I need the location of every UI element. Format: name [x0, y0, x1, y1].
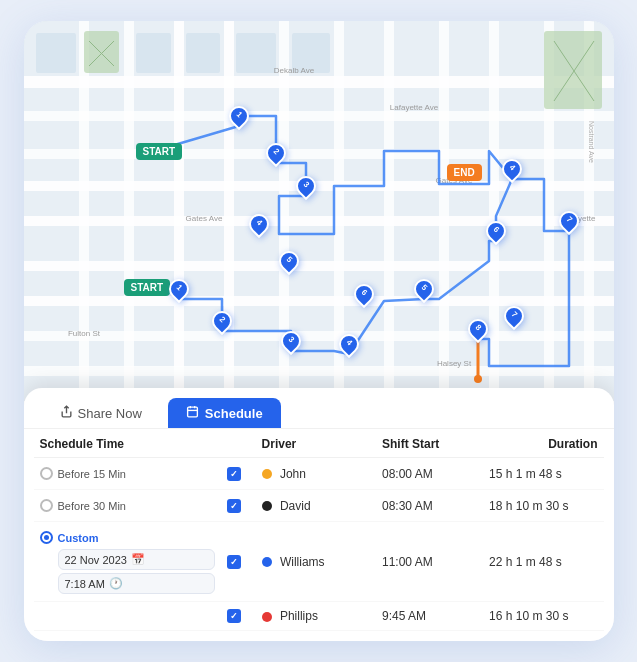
pin-4a[interactable]: 4: [249, 214, 269, 234]
svg-text:Lafayette Ave: Lafayette Ave: [389, 103, 438, 112]
svg-rect-5: [24, 181, 614, 191]
cb-williams[interactable]: [221, 522, 256, 602]
header-shift-start: Shift Start: [376, 429, 483, 458]
pin-1[interactable]: 1: [229, 106, 249, 126]
main-card: Dekalb Ave Lafayette Ave Gates Ave Gates…: [24, 21, 614, 641]
radio-before15[interactable]: [40, 467, 53, 480]
dur-david: 18 h 10 m 30 s: [483, 490, 603, 522]
shift-phillips: 9:45 AM: [376, 602, 483, 631]
pin-3[interactable]: 3: [296, 176, 316, 196]
start-badge-2: START: [124, 279, 171, 296]
checkbox-david[interactable]: [227, 499, 241, 513]
driver-phillips: Phillips: [256, 602, 376, 631]
pin-5a[interactable]: 5: [279, 251, 299, 271]
svg-rect-18: [439, 21, 449, 401]
header-duration: Duration: [483, 429, 603, 458]
svg-rect-11: [79, 21, 89, 401]
svg-rect-12: [124, 21, 134, 401]
clock-icon: 🕐: [109, 577, 123, 590]
schedule-table: Schedule Time Driver Shift Start Duratio…: [34, 429, 604, 631]
tab-schedule[interactable]: Schedule: [168, 398, 281, 428]
driver-williams: Williams: [256, 522, 376, 602]
pin-4c[interactable]: 4: [339, 334, 359, 354]
name-john: John: [280, 467, 306, 481]
cb-phillips[interactable]: [221, 602, 256, 631]
svg-rect-22: [36, 33, 76, 73]
driver-john: John: [256, 458, 376, 490]
checkbox-phillips[interactable]: [227, 609, 241, 623]
svg-text:Nostrand Ave: Nostrand Ave: [588, 121, 595, 163]
schedule-option-custom[interactable]: Custom 22 Nov 2023 📅 7:18 AM 🕐: [34, 522, 221, 602]
pin-6a[interactable]: 6: [354, 284, 374, 304]
pin-5b[interactable]: 5: [414, 279, 434, 299]
schedule-icon: [186, 405, 199, 421]
dot-john: [262, 469, 272, 479]
tab-share-label: Share Now: [78, 406, 142, 421]
dur-phillips: 16 h 10 m 30 s: [483, 602, 603, 631]
svg-rect-2: [24, 76, 614, 88]
svg-rect-25: [236, 33, 276, 73]
pin-6b[interactable]: 6: [486, 221, 506, 241]
svg-rect-14: [224, 21, 234, 401]
checkbox-john[interactable]: [227, 467, 241, 481]
radio-before30[interactable]: [40, 499, 53, 512]
pin-7a[interactable]: 7: [559, 211, 579, 231]
checkbox-williams[interactable]: [227, 555, 241, 569]
cb-david[interactable]: [221, 490, 256, 522]
svg-point-42: [474, 375, 482, 383]
table-row: Custom 22 Nov 2023 📅 7:18 AM 🕐: [34, 522, 604, 602]
table-row: Before 15 Min John 08:00 AM 15 h 1 m 48 …: [34, 458, 604, 490]
radio-label-15: Before 15 Min: [58, 468, 126, 480]
table-row: Before 30 Min David 08:30 AM 18 h 10 m 3…: [34, 490, 604, 522]
svg-text:Halsey St: Halsey St: [436, 359, 471, 368]
cb-john[interactable]: [221, 458, 256, 490]
schedule-empty: [34, 602, 221, 631]
pin-3b[interactable]: 3: [281, 331, 301, 351]
pin-2[interactable]: 2: [266, 143, 286, 163]
tab-share[interactable]: Share Now: [42, 398, 160, 428]
header-cb: [221, 429, 256, 458]
tab-schedule-label: Schedule: [205, 406, 263, 421]
svg-rect-10: [24, 366, 614, 376]
date-input[interactable]: 22 Nov 2023 📅: [58, 549, 215, 570]
shift-john: 08:00 AM: [376, 458, 483, 490]
svg-rect-8: [24, 296, 614, 306]
map-area: Dekalb Ave Lafayette Ave Gates Ave Gates…: [24, 21, 614, 401]
start-badge-1: START: [136, 143, 183, 160]
pin-2b[interactable]: 2: [212, 311, 232, 331]
shift-david: 08:30 AM: [376, 490, 483, 522]
dot-phillips: [262, 612, 272, 622]
svg-rect-6: [24, 216, 614, 226]
svg-rect-13: [174, 21, 184, 401]
table-row: Phillips 9:45 AM 16 h 10 m 30 s: [34, 602, 604, 631]
bottom-panel: Share Now Schedule Schedule Time Drive: [24, 388, 614, 641]
svg-text:Dekalb Ave: Dekalb Ave: [273, 66, 314, 75]
time-input[interactable]: 7:18 AM 🕐: [58, 573, 215, 594]
dot-david: [262, 501, 272, 511]
svg-rect-43: [187, 407, 197, 417]
share-icon: [60, 405, 73, 421]
schedule-option-15[interactable]: Before 15 Min: [34, 458, 221, 490]
radio-label-custom: Custom: [58, 532, 99, 544]
svg-rect-27: [84, 31, 119, 73]
time-value: 7:18 AM: [65, 578, 105, 590]
pin-1b[interactable]: 1: [169, 279, 189, 299]
svg-text:Gates Ave: Gates Ave: [185, 214, 222, 223]
svg-rect-17: [384, 21, 394, 401]
driver-david: David: [256, 490, 376, 522]
svg-rect-24: [186, 33, 220, 73]
radio-custom[interactable]: [40, 531, 53, 544]
dot-williams: [262, 557, 272, 567]
date-value: 22 Nov 2023: [65, 554, 127, 566]
pin-7b[interactable]: 7: [504, 306, 524, 326]
svg-text:Fulton St: Fulton St: [67, 329, 100, 338]
table-container: Schedule Time Driver Shift Start Duratio…: [24, 429, 614, 641]
svg-rect-3: [24, 111, 614, 121]
end-badge: END: [447, 164, 482, 181]
pin-4b[interactable]: 4: [502, 159, 522, 179]
pin-8[interactable]: 8: [468, 319, 488, 339]
schedule-option-30[interactable]: Before 30 Min: [34, 490, 221, 522]
radio-label-30: Before 30 Min: [58, 500, 126, 512]
svg-rect-7: [24, 261, 614, 271]
name-williams: Williams: [280, 555, 325, 569]
